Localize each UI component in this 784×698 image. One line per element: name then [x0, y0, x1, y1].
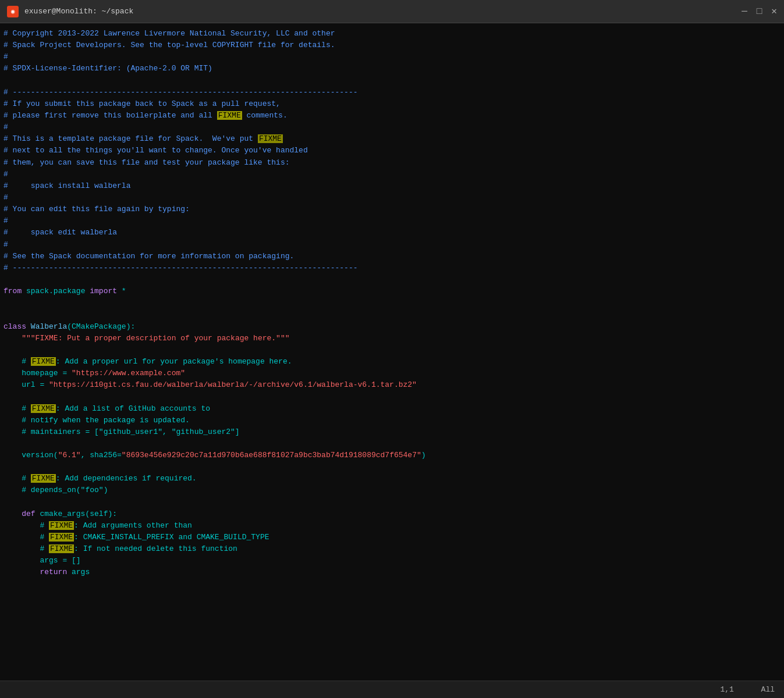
code-line: # FIXME: Add dependencies if required.: [3, 473, 781, 485]
status-bar: 1,1 All: [0, 681, 784, 698]
code-line: """FIXME: Put a proper description of yo…: [3, 333, 781, 344]
code-line: # FIXME: Add a proper url for your packa…: [3, 356, 781, 368]
app-icon: ◉: [7, 6, 19, 17]
code-line: # You can edit this file again by typing…: [3, 204, 781, 215]
code-line: #: [3, 215, 781, 227]
code-line: # --------------------------------------…: [3, 262, 781, 274]
code-line: # depends_on("foo"): [3, 485, 781, 496]
cursor-position: 1,1: [720, 685, 733, 694]
code-line: [3, 438, 781, 450]
code-line: args = []: [3, 555, 781, 567]
code-line: # spack edit walberla: [3, 227, 781, 238]
code-line: homepage = "https://www.example.com": [3, 368, 781, 379]
code-line: [3, 497, 781, 508]
code-line: # Spack Project Developers. See the top-…: [3, 40, 781, 51]
title-text: exuser@Monolith: ~/spack: [24, 7, 133, 16]
minimize-button[interactable]: ─: [742, 7, 747, 16]
title-bar: ◉ exuser@Monolith: ~/spack ─ □ ✕: [0, 0, 784, 23]
code-line: [3, 297, 781, 309]
code-line: # FIXME: Add arguments other than: [3, 520, 781, 532]
window-controls: ─ □ ✕: [742, 7, 777, 16]
code-line: # See the Spack documentation for more i…: [3, 251, 781, 262]
code-line: # next to all the things you'll want to …: [3, 145, 781, 156]
code-line: from spack.package import *: [3, 286, 781, 297]
code-line: [3, 75, 781, 87]
code-line: # --------------------------------------…: [3, 87, 781, 98]
code-line: # maintainers = ["github_user1", "github…: [3, 426, 781, 438]
code-line: # FIXME: If not needed delete this funct…: [3, 543, 781, 555]
code-line: # If you submit this package back to Spa…: [3, 98, 781, 110]
code-line: #: [3, 51, 781, 63]
code-line: # FIXME: CMAKE_INSTALL_PREFIX and CMAKE_…: [3, 532, 781, 543]
code-line: [3, 309, 781, 320]
code-line: # Copyright 2013-2022 Lawrence Livermore…: [3, 28, 781, 40]
close-button[interactable]: ✕: [771, 7, 777, 16]
code-line: # spack install walberla: [3, 180, 781, 192]
code-line: url = "https://i10git.cs.fau.de/walberla…: [3, 379, 781, 391]
code-line: def cmake_args(self):: [3, 508, 781, 520]
code-line: # SPDX-License-Identifier: (Apache-2.0 O…: [3, 63, 781, 74]
code-line: # notify when the package is updated.: [3, 415, 781, 426]
terminal-content: # Copyright 2013-2022 Lawrence Livermore…: [0, 23, 784, 681]
view-mode: All: [761, 685, 775, 694]
code-line: [3, 391, 781, 403]
code-line: class Walberla(CMakePackage):: [3, 321, 781, 333]
code-line: #: [3, 239, 781, 251]
code-line: # them, you can save this file and test …: [3, 157, 781, 169]
code-line: [3, 344, 781, 356]
code-line: #: [3, 192, 781, 204]
code-line: # please first remove this boilerplate a…: [3, 110, 781, 122]
code-line: # FIXME: Add a list of GitHub accounts t…: [3, 403, 781, 415]
code-line: [3, 461, 781, 473]
code-line: # This is a template package file for Sp…: [3, 133, 781, 145]
code-line: #: [3, 169, 781, 180]
code-line: [3, 274, 781, 286]
code-line: version("6.1", sha256="8693e456e929c20c7…: [3, 450, 781, 461]
app-icon-symbol: ◉: [11, 8, 15, 15]
code-line: return args: [3, 567, 781, 578]
maximize-button[interactable]: □: [757, 7, 762, 16]
code-line: #: [3, 122, 781, 133]
